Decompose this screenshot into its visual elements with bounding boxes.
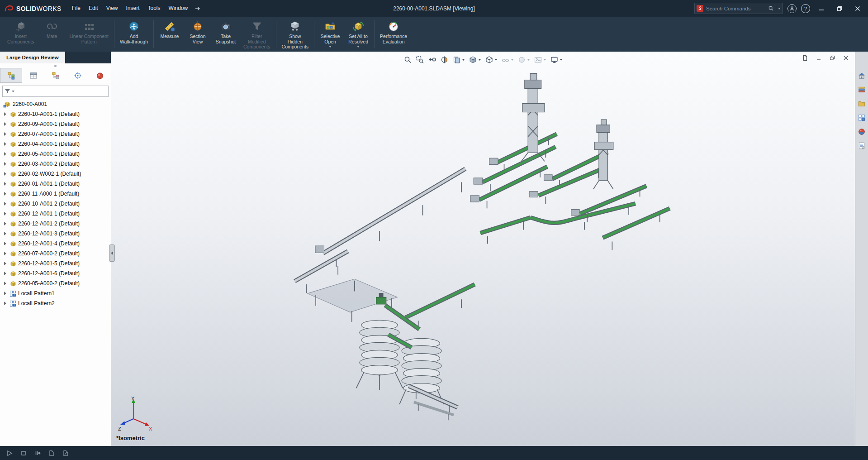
taskpane-home-button[interactable]: [857, 71, 867, 81]
filter-dropdown-icon[interactable]: [12, 91, 14, 92]
expand-arrow-icon[interactable]: [4, 122, 6, 126]
expand-arrow-icon[interactable]: [4, 252, 6, 255]
menu-insert[interactable]: Insert: [122, 0, 144, 17]
expand-arrow-icon[interactable]: [4, 242, 6, 245]
hide-show-items-button[interactable]: [500, 55, 515, 65]
tree-component-item[interactable]: 2260-12-A001-5 (Default): [0, 259, 111, 268]
user-account-icon[interactable]: [787, 4, 797, 13]
tree-component-item[interactable]: 2260-03-A000-2 (Default): [0, 159, 111, 169]
expand-arrow-icon[interactable]: [4, 152, 6, 156]
filter-modified-components-button[interactable]: Filter Modified Components: [240, 17, 274, 52]
stop-macro-button[interactable]: [19, 448, 28, 458]
expand-arrow-icon[interactable]: [4, 132, 6, 136]
tree-component-item[interactable]: 2260-07-A000-1 (Default): [0, 129, 111, 139]
tree-component-item[interactable]: 2260-09-A000-1 (Default): [0, 119, 111, 129]
expand-arrow-icon[interactable]: [4, 142, 6, 146]
tab-large-design-review[interactable]: Large Design Review: [0, 52, 65, 63]
dimxpertmanager-tab[interactable]: [66, 68, 89, 83]
tree-component-item[interactable]: 2260-05-A000-2 (Default): [0, 278, 111, 288]
tree-component-item[interactable]: 2260-10-A001-2 (Default): [0, 199, 111, 209]
search-commands-box[interactable]: [694, 3, 783, 14]
previous-view-button[interactable]: [427, 55, 438, 65]
tree-filter-input[interactable]: [16, 88, 106, 95]
section-view-toggle-button[interactable]: [439, 55, 450, 65]
window-close-button[interactable]: [851, 0, 864, 17]
expand-arrow-icon[interactable]: [4, 302, 6, 305]
expand-arrow-icon[interactable]: [4, 162, 6, 166]
search-icon[interactable]: [768, 5, 774, 11]
featuremanager-tab[interactable]: [0, 68, 22, 83]
set-all-to-resolved-button[interactable]: Set All to Resolved: [344, 17, 372, 52]
tree-component-item[interactable]: 2260-07-A000-2 (Default): [0, 249, 111, 259]
expand-arrow-icon[interactable]: [4, 262, 6, 265]
expand-arrow-icon[interactable]: [4, 202, 6, 206]
view-orientation-button[interactable]: [468, 55, 483, 65]
tree-component-item[interactable]: 2260-12-A001-2 (Default): [0, 219, 111, 229]
tree-component-item[interactable]: 2260-11-A000-1 (Default): [0, 189, 111, 199]
help-icon[interactable]: ?: [801, 4, 810, 13]
insert-components-button[interactable]: Insert Components: [4, 17, 38, 52]
edit-appearance-button[interactable]: [517, 55, 531, 65]
expand-arrow-icon[interactable]: [4, 212, 6, 216]
dropdown-caret-icon[interactable]: [495, 59, 498, 61]
performance-evaluation-button[interactable]: Performance Evaluation: [376, 17, 411, 52]
tree-component-item[interactable]: 2260-02-W002-1 (Default): [0, 169, 111, 179]
propertymanager-tab[interactable]: [22, 68, 44, 83]
expand-arrow-icon[interactable]: [4, 222, 6, 225]
expand-arrow-icon[interactable]: [4, 172, 6, 176]
zoom-to-area-button[interactable]: [415, 55, 426, 65]
selective-open-button[interactable]: Selective Open: [316, 17, 344, 52]
menu-tools[interactable]: Tools: [144, 0, 165, 17]
expand-arrow-icon[interactable]: [4, 192, 6, 196]
run-macro-button[interactable]: [5, 448, 14, 458]
expand-arrow-icon[interactable]: [4, 272, 6, 275]
search-commands-input[interactable]: [705, 5, 766, 12]
tree-component-item[interactable]: 2260-12-A001-1 (Default): [0, 209, 111, 219]
expand-arrow-icon[interactable]: [4, 182, 6, 186]
dropdown-caret-icon[interactable]: [462, 59, 465, 61]
dropdown-caret-icon[interactable]: [527, 59, 530, 61]
take-snapshot-button[interactable]: Take Snapshot: [212, 17, 240, 52]
tree-pattern-item[interactable]: LocalLPattern1: [0, 288, 111, 298]
dropdown-caret-icon[interactable]: [544, 59, 546, 61]
panel-grab-handle[interactable]: [54, 65, 57, 67]
apply-scene-button[interactable]: [533, 55, 548, 65]
tree-component-item[interactable]: 2260-04-A000-1 (Default): [0, 139, 111, 149]
menu-window[interactable]: Window: [165, 0, 192, 17]
zoom-to-fit-button[interactable]: [403, 55, 413, 65]
dropdown-caret-icon[interactable]: [560, 59, 563, 61]
document-restore-button[interactable]: [829, 55, 835, 61]
dropdown-caret-icon[interactable]: [479, 59, 481, 61]
annotation-views-button[interactable]: [451, 55, 466, 65]
menu-file[interactable]: File: [68, 0, 85, 17]
pin-menu-icon[interactable]: [194, 5, 201, 12]
dropdown-caret-icon[interactable]: [329, 46, 332, 48]
tree-component-item[interactable]: 2260-05-A000-1 (Default): [0, 149, 111, 159]
display-style-button[interactable]: [484, 55, 499, 65]
configurationmanager-tab[interactable]: [44, 68, 66, 83]
menu-view[interactable]: View: [102, 0, 122, 17]
show-hidden-components-button[interactable]: Show Hidden Components: [278, 17, 313, 52]
document-close-button[interactable]: [843, 55, 849, 61]
displaymanager-tab[interactable]: [89, 68, 111, 83]
taskpane-view-palette-button[interactable]: [857, 113, 867, 123]
view-settings-button[interactable]: [549, 55, 564, 65]
taskpane-appearances-button[interactable]: [857, 127, 867, 137]
record-pause-macro-button[interactable]: [33, 448, 43, 458]
dropdown-caret-icon[interactable]: [357, 46, 360, 48]
mate-button[interactable]: Mate: [38, 17, 66, 52]
tree-component-item[interactable]: 2260-12-A001-6 (Default): [0, 268, 111, 278]
edit-macro-button[interactable]: [61, 448, 71, 458]
section-view-button[interactable]: Section View: [184, 17, 212, 52]
tree-component-item[interactable]: 2260-01-A001-1 (Default): [0, 179, 111, 189]
dropdown-caret-icon[interactable]: [511, 59, 514, 61]
taskpane-design-library-button[interactable]: [857, 85, 867, 95]
expand-arrow-icon[interactable]: [4, 232, 6, 235]
expand-arrow-icon[interactable]: [4, 292, 6, 295]
document-minimize-button[interactable]: [816, 55, 822, 61]
expand-arrow-icon[interactable]: [4, 112, 6, 116]
graphics-viewport[interactable]: .leg{stroke:#5d6671;stroke-width:1.4;} .…: [111, 52, 855, 446]
tree-root-item[interactable]: 2260-00-A001: [0, 99, 111, 109]
tree-pattern-item[interactable]: LocalLPattern2: [0, 298, 111, 308]
add-walkthrough-button[interactable]: Add Walk-through: [116, 17, 152, 52]
